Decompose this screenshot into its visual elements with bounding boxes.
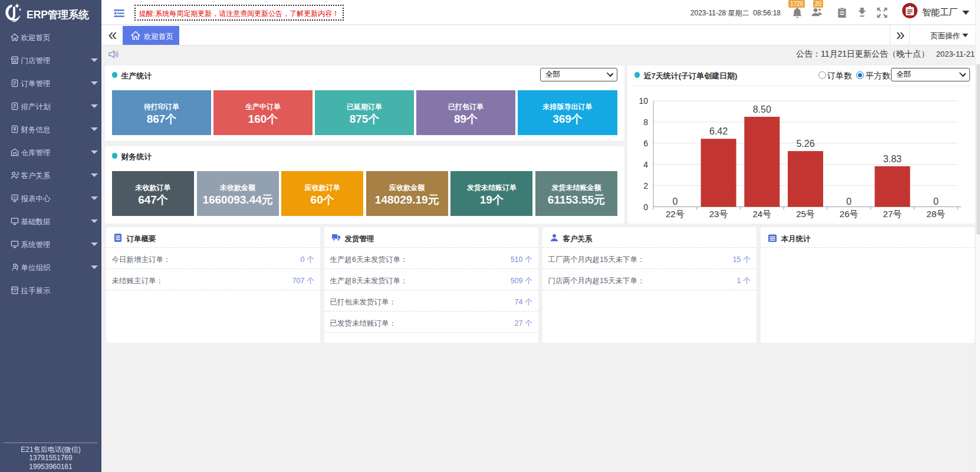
- svg-text:24号: 24号: [752, 209, 771, 219]
- svg-text:27号: 27号: [883, 209, 902, 219]
- svg-text:22号: 22号: [666, 209, 685, 219]
- svg-text:28号: 28号: [926, 209, 945, 219]
- svg-text:0: 0: [672, 196, 678, 206]
- svg-text:2: 2: [643, 181, 648, 191]
- svg-text:0: 0: [846, 196, 851, 206]
- svg-text:0: 0: [643, 202, 648, 212]
- svg-text:4: 4: [643, 160, 648, 169]
- svg-text:8.50: 8.50: [753, 104, 771, 114]
- svg-text:8: 8: [643, 117, 648, 127]
- svg-text:6.42: 6.42: [709, 126, 728, 136]
- svg-text:23号: 23号: [709, 209, 728, 219]
- svg-text:6: 6: [643, 139, 648, 148]
- svg-text:10: 10: [639, 96, 648, 106]
- svg-text:0: 0: [933, 196, 939, 206]
- svg-text:26号: 26号: [840, 209, 859, 219]
- svg-text:3.83: 3.83: [883, 154, 902, 164]
- svg-text:5.26: 5.26: [796, 139, 814, 149]
- svg-text:25号: 25号: [796, 209, 815, 219]
